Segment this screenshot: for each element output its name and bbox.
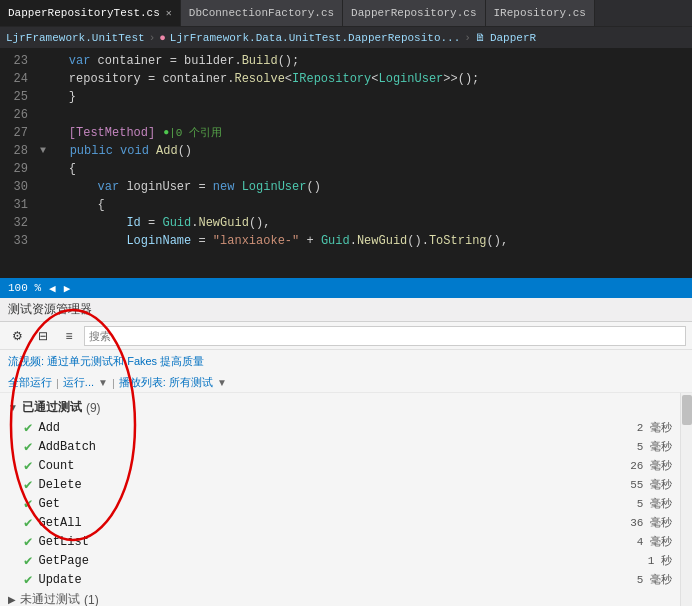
breadcrumb-sep2: ›	[464, 32, 471, 44]
test-name-addbatch: AddBatch	[38, 440, 630, 454]
check-icon-count: ✔	[24, 457, 32, 474]
breadcrumb-modified-icon: ●	[159, 32, 166, 44]
test-item-update[interactable]: ✔ Update 5 毫秒	[0, 570, 680, 589]
passed-section-title: 已通过测试	[22, 399, 82, 416]
test-name-getpage: GetPage	[38, 554, 641, 568]
playlist-dropdown-icon[interactable]: ▼	[217, 377, 227, 388]
breadcrumb-file-icon: 🗎	[475, 31, 486, 44]
test-time-delete: 55 毫秒	[630, 477, 672, 492]
test-explorer-header: 测试资源管理器	[0, 298, 692, 322]
line-numbers: 23 24 25 26 27 28 29 30 31 32 33	[0, 48, 36, 278]
test-toolbar: ⚙ ⊟ ≡	[0, 322, 692, 350]
tab-dapperrepositorytest[interactable]: DapperRepositoryTest.cs ✕	[0, 0, 181, 26]
run-dropdown-icon[interactable]: ▼	[98, 377, 108, 388]
tab-label: DapperRepository.cs	[351, 7, 476, 19]
test-time-getpage: 1 秒	[648, 553, 672, 568]
test-time-get: 5 毫秒	[637, 496, 672, 511]
video-link[interactable]: 流视频: 通过单元测试和 Fakes 提高质量	[8, 355, 204, 367]
breadcrumb: LjrFramework.UnitTest › ● LjrFramework.D…	[0, 26, 692, 48]
test-name-getall: GetAll	[38, 516, 624, 530]
test-search-input[interactable]	[84, 326, 686, 346]
scroll-left-icon[interactable]: ◀	[49, 282, 56, 295]
test-item-delete[interactable]: ✔ Delete 55 毫秒	[0, 475, 680, 494]
failed-section-title: 未通过测试	[20, 591, 80, 606]
test-time-getall: 36 毫秒	[630, 515, 672, 530]
test-item-count[interactable]: ✔ Count 26 毫秒	[0, 456, 680, 475]
tab-dapperrepository[interactable]: DapperRepository.cs	[343, 0, 485, 26]
test-explorer: 测试资源管理器 ⚙ ⊟ ≡ 流视频: 通过单元测试和 Fakes 提高质量 全部…	[0, 298, 692, 606]
passed-section-header[interactable]: ▼ 已通过测试 (9)	[0, 397, 680, 418]
test-list-container: ▼ 已通过测试 (9) ✔ Add 2 毫秒 ✔ AddBatch 5 毫秒 ✔…	[0, 393, 692, 606]
test-name-count: Count	[38, 459, 624, 473]
passed-triangle-icon: ▼	[8, 402, 18, 413]
test-time-add: 2 毫秒	[637, 420, 672, 435]
sep1: |	[56, 377, 59, 389]
toolbar-more-btn[interactable]: ≡	[58, 325, 80, 347]
code-editor: 23 24 25 26 27 28 29 30 31 32 33 var con…	[0, 48, 692, 278]
test-name-getlist: GetList	[38, 535, 630, 549]
tab-dbconnectionfactory[interactable]: DbConnectionFactory.cs	[181, 0, 343, 26]
zoom-bar: 100 % ◀ ▶	[0, 278, 692, 298]
tab-bar: DapperRepositoryTest.cs ✕ DbConnectionFa…	[0, 0, 692, 26]
test-list: ▼ 已通过测试 (9) ✔ Add 2 毫秒 ✔ AddBatch 5 毫秒 ✔…	[0, 393, 680, 606]
tab-label: IRepository.cs	[494, 7, 586, 19]
failed-section-header[interactable]: ▶ 未通过测试 (1)	[0, 589, 680, 606]
test-time-update: 5 毫秒	[637, 572, 672, 587]
test-scrollbar[interactable]	[680, 393, 692, 606]
test-item-getall[interactable]: ✔ GetAll 36 毫秒	[0, 513, 680, 532]
tab-label: DapperRepositoryTest.cs	[8, 7, 160, 19]
playlist-link[interactable]: 播放列表: 所有测试	[119, 375, 213, 390]
test-time-getlist: 4 毫秒	[637, 534, 672, 549]
run-all-link[interactable]: 全部运行	[8, 375, 52, 390]
check-icon-getall: ✔	[24, 514, 32, 531]
close-icon[interactable]: ✕	[166, 7, 172, 19]
test-explorer-title: 测试资源管理器	[8, 301, 92, 318]
toolbar-settings-btn[interactable]: ⚙	[6, 325, 28, 347]
failed-section-count: (1)	[84, 593, 99, 607]
video-link-bar: 流视频: 通过单元测试和 Fakes 提高质量	[0, 350, 692, 373]
check-icon-getlist: ✔	[24, 533, 32, 550]
breadcrumb-end[interactable]: DapperR	[490, 32, 536, 44]
test-name-add: Add	[38, 421, 630, 435]
test-time-count: 26 毫秒	[630, 458, 672, 473]
sep2: |	[112, 377, 115, 389]
test-item-addbatch[interactable]: ✔ AddBatch 5 毫秒	[0, 437, 680, 456]
check-icon-getpage: ✔	[24, 552, 32, 569]
test-item-getpage[interactable]: ✔ GetPage 1 秒	[0, 551, 680, 570]
zoom-level: 100 %	[8, 282, 41, 294]
code-content[interactable]: var container = builder.Build(); reposit…	[36, 48, 692, 278]
test-item-get[interactable]: ✔ Get 5 毫秒	[0, 494, 680, 513]
test-name-delete: Delete	[38, 478, 624, 492]
breadcrumb-right[interactable]: LjrFramework.Data.UnitTest.DapperReposit…	[170, 32, 460, 44]
check-icon-delete: ✔	[24, 476, 32, 493]
failed-triangle-icon: ▶	[8, 594, 16, 605]
tab-label: DbConnectionFactory.cs	[189, 7, 334, 19]
test-item-getlist[interactable]: ✔ GetList 4 毫秒	[0, 532, 680, 551]
breadcrumb-left[interactable]: LjrFramework.UnitTest	[6, 32, 145, 44]
test-name-get: Get	[38, 497, 630, 511]
breadcrumb-sep: ›	[149, 32, 156, 44]
test-actions-bar: 全部运行 | 运行... ▼ | 播放列表: 所有测试 ▼	[0, 373, 692, 393]
check-icon-update: ✔	[24, 571, 32, 588]
tab-irepository[interactable]: IRepository.cs	[486, 0, 595, 26]
test-name-update: Update	[38, 573, 630, 587]
passed-section-count: (9)	[86, 401, 101, 415]
toolbar-sort-btn[interactable]: ⊟	[32, 325, 54, 347]
test-time-addbatch: 5 毫秒	[637, 439, 672, 454]
check-icon-add: ✔	[24, 419, 32, 436]
scroll-right-icon[interactable]: ▶	[64, 282, 71, 295]
test-item-add[interactable]: ✔ Add 2 毫秒	[0, 418, 680, 437]
test-scrollbar-thumb[interactable]	[682, 395, 692, 425]
check-icon-addbatch: ✔	[24, 438, 32, 455]
run-some-link[interactable]: 运行...	[63, 375, 94, 390]
check-icon-get: ✔	[24, 495, 32, 512]
